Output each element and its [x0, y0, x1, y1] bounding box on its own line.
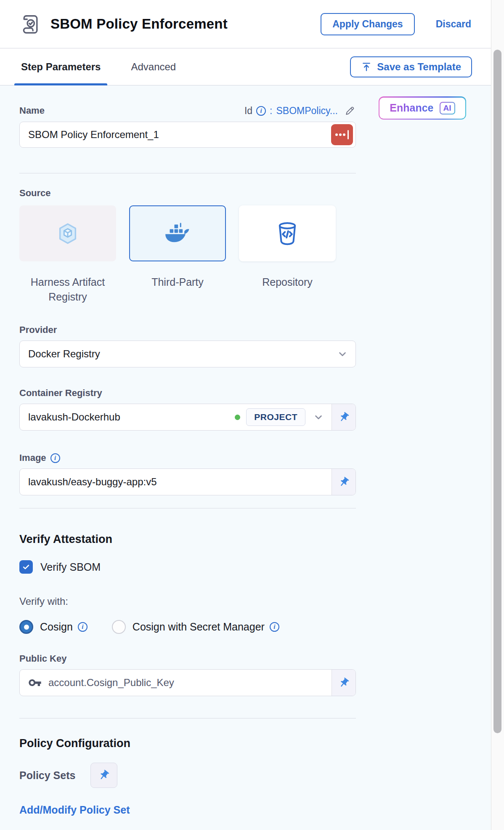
policy-sets-label: Policy Sets [19, 769, 75, 782]
tab-bar: Step Parameters Advanced Save as Templat… [0, 48, 491, 85]
source-cards [19, 205, 356, 261]
card-label-third-party: Third-Party [129, 275, 226, 304]
enhance-label: Enhance [390, 102, 433, 114]
page-title: SBOM Policy Enforcement [50, 16, 321, 32]
panel-header: SBOM Policy Enforcement Apply Changes Di… [0, 0, 491, 48]
radio-cosign-secret-manager[interactable] [112, 620, 126, 634]
policy-sets-pin-button[interactable] [90, 763, 117, 788]
provider-select[interactable]: Docker Registry [19, 341, 356, 367]
tab-advanced[interactable]: Advanced [129, 48, 178, 85]
policy-configuration-heading: Policy Configuration [19, 737, 356, 750]
divider [19, 508, 356, 508]
id-value: SBOMPolicy... [276, 105, 338, 117]
divider [19, 718, 356, 718]
name-input[interactable] [20, 122, 331, 147]
container-registry-field[interactable]: lavakush-Dockerhub PROJECT [19, 404, 356, 431]
container-registry-label: Container Registry [19, 388, 356, 399]
apply-changes-button[interactable]: Apply Changes [321, 13, 414, 35]
public-key-field[interactable]: account.Cosign_Public_Key [19, 669, 356, 696]
checkbox-checked-icon[interactable] [19, 560, 33, 574]
radio-cosign-secret-manager-label: Cosign with Secret Manager [133, 621, 265, 633]
pin-icon[interactable] [332, 404, 355, 430]
verify-sbom-label: Verify SBOM [40, 561, 101, 573]
verify-with-radio-group: Cosign i Cosign with Secret Manager i [19, 620, 356, 634]
verify-sbom-checkbox-row[interactable]: Verify SBOM [19, 560, 356, 574]
scrollbar-thumb[interactable] [493, 50, 501, 733]
pin-icon[interactable] [332, 670, 355, 696]
add-modify-policy-set-link[interactable]: Add/Modify Policy Set [19, 804, 130, 816]
card-label-harness-artifact-registry: Harness Artifact Registry [19, 275, 116, 304]
container-registry-value: lavakush-Dockerhub [20, 411, 231, 423]
source-card-third-party[interactable] [129, 205, 226, 261]
tab-step-parameters[interactable]: Step Parameters [19, 48, 102, 85]
provider-label: Provider [19, 325, 356, 335]
source-card-labels: Harness Artifact Registry Third-Party Re… [19, 275, 356, 304]
harness-artifact-registry-icon [56, 221, 80, 246]
source-card-repository[interactable] [239, 205, 336, 261]
policy-sets-row: Policy Sets [19, 763, 356, 788]
id-info-icon[interactable]: i [256, 106, 266, 116]
name-label: Name [19, 105, 45, 116]
radio-cosign[interactable] [19, 620, 33, 634]
source-card-harness-artifact-registry[interactable] [19, 205, 116, 261]
enhance-ai-button[interactable]: Enhance AI [379, 96, 466, 120]
cosign-info-icon[interactable]: i [78, 622, 88, 632]
ai-badge: AI [440, 102, 455, 114]
image-label: Image [19, 452, 46, 463]
divider [19, 173, 356, 173]
chevron-down-icon[interactable] [313, 412, 324, 423]
repository-icon [275, 221, 300, 247]
sbom-scroll-icon [19, 12, 41, 36]
upload-icon [361, 61, 372, 72]
verify-with-label: Verify with: [19, 596, 356, 607]
source-label: Source [19, 188, 356, 199]
verify-attestation-heading: Verify Attestation [19, 533, 356, 546]
key-icon [28, 676, 42, 689]
cosign-secret-manager-info-icon[interactable]: i [270, 622, 279, 632]
image-input[interactable] [20, 469, 332, 495]
public-key-label: Public Key [19, 653, 356, 664]
image-field [19, 468, 356, 495]
image-info-icon[interactable]: i [50, 453, 60, 463]
chevron-down-icon [337, 348, 348, 359]
image-label-row: Image i [19, 452, 356, 463]
runtime-input-type-icon[interactable] [331, 124, 353, 145]
connector-status-dot [235, 415, 240, 420]
radio-cosign-label: Cosign [40, 621, 73, 633]
public-key-value: account.Cosign_Public_Key [48, 677, 174, 689]
step-config-panel: SBOM Policy Enforcement Apply Changes Di… [0, 0, 504, 830]
scope-badge: PROJECT [246, 408, 305, 426]
name-field [19, 122, 356, 148]
step-parameters-content: Enhance AI Name Id i : SBOMPolicy... [0, 85, 491, 830]
provider-value: Docker Registry [20, 348, 329, 360]
save-as-template-button[interactable]: Save as Template [350, 56, 472, 77]
vertical-scrollbar [491, 0, 504, 830]
discard-button[interactable]: Discard [433, 18, 474, 30]
pin-icon[interactable] [332, 469, 355, 495]
step-id: Id i : SBOMPolicy... [244, 105, 356, 117]
docker-icon [162, 222, 193, 245]
card-label-repository: Repository [239, 275, 336, 304]
edit-id-icon[interactable] [344, 105, 356, 117]
name-id-row: Name Id i : SBOMPolicy... [19, 105, 356, 117]
